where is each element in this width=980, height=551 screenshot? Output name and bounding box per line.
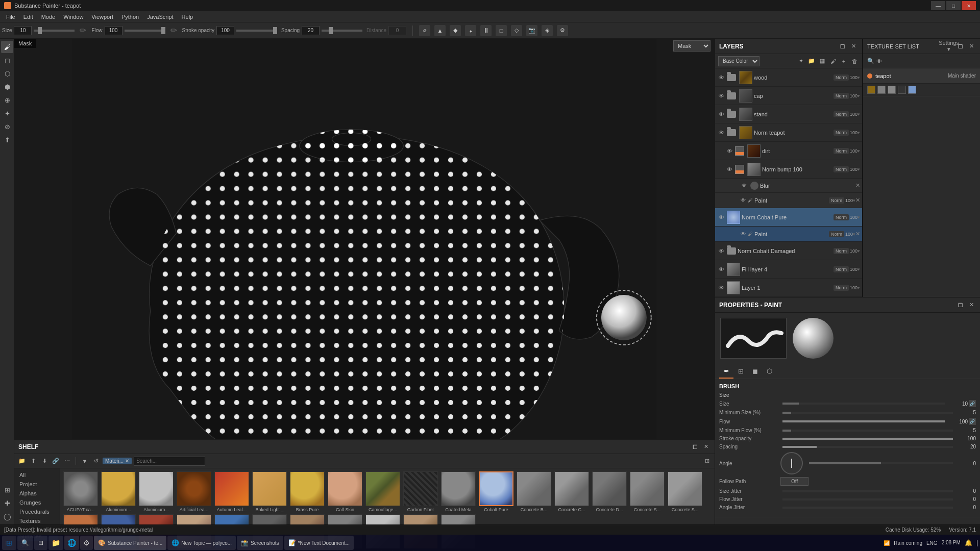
layer-vis-icon[interactable]: 👁 (717, 213, 725, 221)
taskbar-substance-painter[interactable]: 🎨 Substance Painter - te... (94, 536, 166, 550)
shelf-item-cobalt-pure[interactable]: Cobalt Pure (479, 471, 514, 512)
layer-row[interactable]: 👁 Norm bump 100 Norm 100 ▾ (715, 160, 862, 179)
angle-jitter-slider[interactable] (782, 507, 953, 509)
texture-set-settings-btn[interactable]: Settings ▾ (944, 42, 953, 51)
mode-select[interactable]: Mask Material Textured (673, 40, 710, 52)
layer-row[interactable]: 👁 Norm teapot Norm 100 ▾ (715, 123, 862, 142)
layer-row[interactable]: 👁 wood Norm 100 ▾ (715, 68, 862, 87)
layer-vis-icon[interactable]: 👁 (725, 165, 733, 173)
shelf-nav-alphas[interactable]: Alphas (16, 489, 58, 498)
shelf-nav-all[interactable]: All (16, 470, 58, 480)
shelf-item[interactable]: Concrete D... (592, 471, 628, 512)
taskbar-edge[interactable]: 🌐 (64, 536, 79, 550)
shelf-nav-procedurals[interactable]: Procedurals (16, 507, 58, 516)
shelf-item[interactable]: ACUPAT ca... (63, 471, 99, 512)
taskbar-more-apps[interactable]: ⚙ (80, 536, 93, 550)
texture-set-collapse-btn[interactable]: ⧠ (955, 42, 965, 51)
shelf-refresh-btn[interactable]: ↺ (91, 457, 101, 466)
stroke-opacity-input[interactable] (216, 26, 234, 35)
texture-set-close-btn[interactable]: ✕ (967, 42, 976, 51)
roughness-channel-icon[interactable] (888, 86, 896, 94)
shelf-grid-view-btn[interactable]: ⊞ (702, 457, 712, 466)
start-button[interactable]: ⊞ (2, 536, 16, 550)
menu-window[interactable]: Window (59, 13, 87, 21)
shelf-item[interactable]: Camouflage... (365, 471, 401, 512)
shelf-expand-btn[interactable]: ⧠ (690, 442, 699, 452)
stroke-opacity-slider-props[interactable] (782, 438, 953, 440)
flow-link-btn[interactable]: 🔗 (969, 418, 976, 425)
shelf-item[interactable]: Baked Light _ (252, 471, 288, 512)
show-desktop-btn[interactable]: | (976, 539, 978, 546)
color-picker[interactable]: ◯ (1, 510, 13, 522)
layers-close-btn[interactable]: ✕ (849, 42, 858, 51)
layer-vis-icon[interactable]: 👁 (717, 265, 725, 273)
shelf-item[interactable]: Concrete B... (517, 471, 552, 512)
menu-file[interactable]: File (2, 13, 19, 21)
texture-set-item[interactable]: teapot Main shader (863, 68, 980, 84)
spacing-slider-props[interactable] (782, 446, 953, 448)
shelf-item[interactable]: Artificial Lea... (177, 471, 212, 512)
brush-tab-stroke[interactable]: ✒ (719, 364, 733, 379)
picker-tool[interactable]: ✚ (1, 497, 13, 509)
size-jitter-slider[interactable] (782, 490, 953, 492)
blur-layer-row[interactable]: 👁 Blur ✕ (715, 179, 862, 193)
shelf-folder-btn[interactable]: 📁 (17, 457, 27, 466)
spacing-input[interactable] (302, 26, 320, 35)
viewport-3d-btn[interactable]: ◇ (511, 25, 522, 36)
eraser-btn[interactable]: ◆ (450, 25, 461, 36)
shelf-item[interactable]: Aluminium... (139, 471, 175, 512)
paint-mode-btn[interactable]: ⌀ (419, 25, 430, 36)
size-link-btn[interactable]: 🔗 (969, 400, 976, 407)
layer-vis-icon[interactable]: 👁 (717, 92, 725, 100)
size-slider[interactable] (34, 30, 75, 32)
fill-btn[interactable]: ⬧ (465, 25, 476, 36)
notification-icon[interactable]: 🔔 (965, 539, 972, 546)
shelf-item[interactable]: Brass Pure (290, 471, 326, 512)
layers-add-fill-btn[interactable]: ▦ (818, 57, 827, 66)
metallic-channel-icon[interactable] (898, 86, 906, 94)
menu-mode[interactable]: Mode (37, 13, 60, 21)
spacing-slider[interactable] (322, 30, 362, 32)
paint-tool[interactable]: 🖌 (1, 41, 13, 53)
angle-wheel[interactable] (780, 452, 803, 474)
base-color-channel-icon[interactable] (867, 86, 875, 94)
render-btn[interactable]: ◈ (542, 25, 553, 36)
menu-python[interactable]: Python (117, 13, 143, 21)
anchor-tool[interactable]: ⬆ (1, 134, 13, 146)
min-flow-slider[interactable] (782, 430, 953, 432)
layers-collapse-btn[interactable]: ⧠ (838, 42, 847, 51)
shelf-link-btn[interactable]: 🔗 (51, 457, 60, 466)
stroke-opacity-slider[interactable] (236, 30, 277, 32)
taskbar-notepad[interactable]: 📝 *New Text Document... (284, 536, 354, 550)
shelf-nav-grunges[interactable]: Grunges (16, 498, 58, 507)
taskbar-file-explorer[interactable]: 📁 (48, 536, 63, 550)
shelf-close-btn[interactable]: ✕ (701, 442, 710, 452)
shelf-item[interactable]: Calf Skin (328, 471, 363, 512)
shelf-nav-project[interactable]: Project (16, 480, 58, 489)
layer-vis-icon[interactable]: 👁 (717, 284, 725, 292)
clone-tool[interactable]: ⊕ (1, 94, 13, 106)
taskbar-screenshots[interactable]: 📸 Screenshots (237, 536, 283, 550)
layers-add-folder-btn[interactable]: 📁 (807, 57, 816, 66)
flow-slider-props[interactable] (782, 420, 945, 422)
height-channel-icon[interactable] (877, 86, 886, 94)
minimize-button[interactable]: — (931, 1, 945, 10)
menu-javascript[interactable]: JavaScript (143, 13, 177, 21)
layer-row[interactable]: 👁 stand Norm 100 ▾ (715, 105, 862, 123)
min-size-slider[interactable] (782, 412, 953, 414)
maximize-button[interactable]: □ (946, 1, 961, 10)
paint-layer-row[interactable]: 👁 🖌 Paint Norm 100 ▾ ✕ (715, 193, 862, 208)
paint-layer-row-2[interactable]: 👁 🖌 Paint Norm 100 ▾ ✕ (715, 227, 862, 242)
close-button[interactable]: ✕ (962, 1, 976, 10)
smudge-tool[interactable]: ✦ (1, 107, 13, 119)
channel-select[interactable]: Base Color Height Roughness Normal (718, 56, 760, 66)
shelf-item[interactable]: Concrete S... (630, 471, 666, 512)
shelf-item[interactable]: Coated Meta (441, 471, 477, 512)
project-tool[interactable]: ⬡ (1, 67, 13, 80)
layer-vis-icon[interactable]: 👁 (717, 73, 725, 82)
shelf-item[interactable]: Carbon Fiber (403, 471, 439, 512)
size-input[interactable] (14, 26, 32, 35)
shelf-import-btn[interactable]: ⬆ (29, 457, 38, 466)
camera-btn[interactable]: 📷 (526, 25, 537, 36)
view-2d-tool[interactable]: ⊞ (1, 484, 13, 496)
